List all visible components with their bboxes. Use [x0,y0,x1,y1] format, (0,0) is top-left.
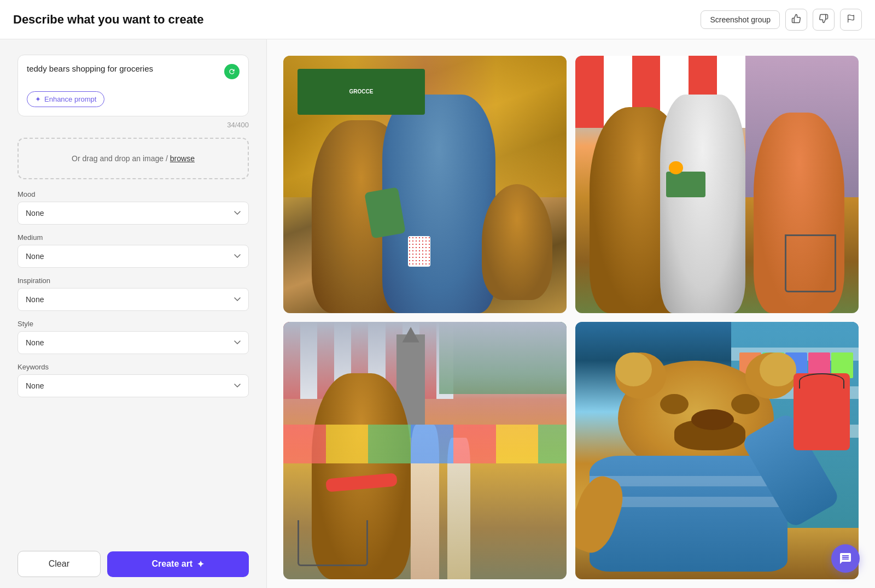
generated-image-1[interactable]: GROCCE [283,56,567,313]
page-title: Describe what you want to create [13,13,203,27]
enhance-star-icon: ✦ [35,95,41,103]
medium-label: Medium [18,233,249,242]
medium-select[interactable]: None Oil Paint Watercolor Digital Pencil [18,245,249,268]
recycle-icon[interactable] [224,64,240,79]
create-art-button[interactable]: Create art ✦ [107,551,249,577]
keywords-group: Keywords None [18,363,249,397]
thumbs-up-button[interactable] [785,9,807,31]
inspiration-select[interactable]: None Monet Picasso Van Gogh Da Vinci [18,288,249,311]
flag-icon [847,14,855,26]
medium-group: Medium None Oil Paint Watercolor Digital… [18,233,249,268]
mood-label: Mood [18,190,249,198]
char-count: 34/400 [18,121,249,129]
left-panel: teddy bears shopping for groceries ✦ Enh… [0,39,267,588]
screenshot-group-button[interactable]: Screenshot group [701,10,780,29]
mood-group: Mood None Happy Sad Dramatic Serene Myst… [18,190,249,225]
prompt-box: teddy bears shopping for groceries ✦ Enh… [18,55,249,116]
thumbs-up-icon [791,14,801,26]
flag-button[interactable] [840,9,862,31]
right-panel: GROCCE [267,39,875,588]
enhance-prompt-button[interactable]: ✦ Enhance prompt [27,91,104,107]
keywords-label: Keywords [18,363,249,371]
inspiration-group: Inspiration None Monet Picasso Van Gogh … [18,277,249,311]
bottom-actions: Clear Create art ✦ [0,540,266,588]
browse-link[interactable]: browse [170,154,195,163]
thumbs-down-icon [819,14,829,26]
clear-button[interactable]: Clear [18,551,101,577]
mood-select[interactable]: None Happy Sad Dramatic Serene Mysteriou… [18,202,249,225]
style-select[interactable]: None Realistic Abstract Cartoon Anime [18,331,249,354]
header-actions: Screenshot group [701,9,862,31]
style-group: Style None Realistic Abstract Cartoon An… [18,320,249,354]
main-layout: teddy bears shopping for groceries ✦ Enh… [0,39,875,588]
prompt-input[interactable]: teddy bears shopping for groceries [27,64,224,86]
keywords-select[interactable]: None [18,374,249,397]
chat-bubble-button[interactable] [831,544,860,573]
thumbs-down-button[interactable] [813,9,835,31]
inspiration-label: Inspiration [18,277,249,285]
create-star-icon: ✦ [197,559,204,569]
style-label: Style [18,320,249,328]
image-grid: GROCCE [283,56,859,579]
generated-image-4[interactable] [575,322,859,579]
generated-image-3[interactable] [283,322,567,579]
header: Describe what you want to create Screens… [0,0,875,39]
generated-image-2[interactable] [575,56,859,313]
image-drop-zone[interactable]: Or drag and drop an image / browse [18,138,249,179]
